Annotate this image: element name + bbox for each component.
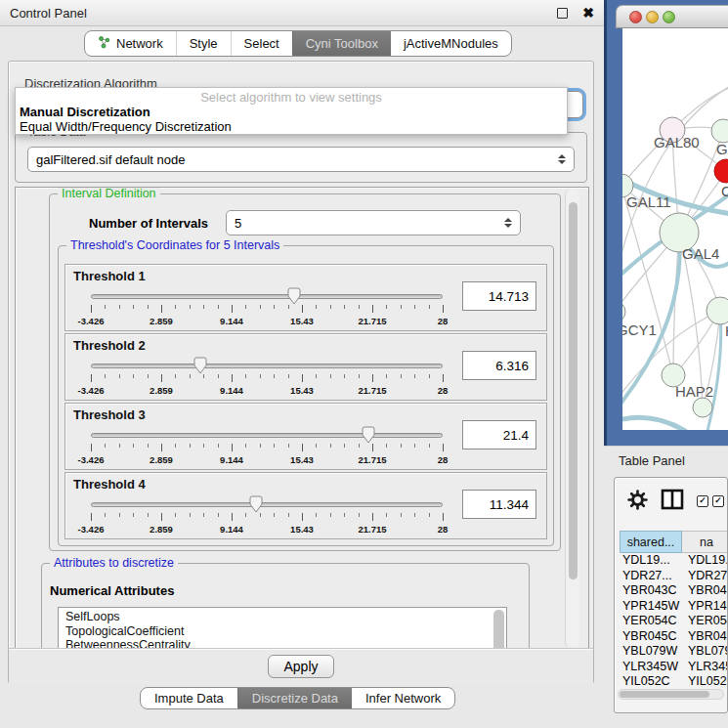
- panel-scrollbar[interactable]: [565, 189, 579, 649]
- cell-shared-name[interactable]: YIL052C: [620, 674, 682, 690]
- split-columns-icon[interactable]: [661, 489, 684, 514]
- table-data-combobox[interactable]: galFiltered.sif default node: [27, 147, 575, 172]
- slider-tick-labels: -3.4262.8599.14415.4321.71528: [91, 454, 443, 465]
- table-row[interactable]: YBR043CYBR043C: [620, 583, 728, 599]
- network-node[interactable]: [711, 119, 728, 143]
- attributes-group-title: Attributes to discretize: [50, 556, 178, 570]
- thresholds-list: Threshold 1-3.4262.8599.14415.4321.71528…: [64, 264, 547, 541]
- threshold-slider[interactable]: -3.4262.8599.14415.4321.71528: [91, 288, 443, 329]
- column-header-shared-name[interactable]: shared...: [620, 531, 682, 553]
- cell-name[interactable]: YDR27...: [682, 569, 728, 584]
- cell-shared-name[interactable]: YDR27...: [620, 569, 682, 584]
- tab-impute-data[interactable]: Impute Data: [141, 688, 237, 708]
- number-of-intervals-label: Number of Intervals: [89, 216, 208, 231]
- cell-name[interactable]: YLR345W: [682, 660, 728, 675]
- threshold-panel: Threshold 3-3.4262.8599.14415.4321.71528: [64, 403, 547, 470]
- top-tab-bar: Network Style Select Cyni Toolbox jActiv…: [84, 30, 512, 57]
- threshold-value-field[interactable]: [462, 420, 536, 450]
- dropdown-option-manual[interactable]: Manual Discretization: [16, 105, 567, 119]
- cell-name[interactable]: YBR045C: [682, 629, 728, 645]
- cell-name[interactable]: YBR043C: [682, 583, 728, 599]
- network-node[interactable]: [707, 297, 728, 324]
- cell-name[interactable]: YIL052C: [682, 674, 728, 690]
- network-node[interactable]: [693, 398, 712, 417]
- number-of-intervals-combobox[interactable]: 5: [226, 210, 521, 236]
- tab-cyni-toolbox[interactable]: Cyni Toolbox: [292, 31, 391, 56]
- cell-name[interactable]: YBL079W: [682, 644, 728, 660]
- network-edge[interactable]: [622, 186, 673, 375]
- network-canvas[interactable]: GAL80GACGAL11GAL4GCY1HHAP2: [622, 28, 728, 430]
- close-traffic-light-icon[interactable]: [629, 11, 642, 23]
- close-icon[interactable]: ✖: [582, 8, 594, 19]
- table-row[interactable]: YDL19...YDL19...: [620, 553, 728, 569]
- apply-button[interactable]: Apply: [268, 655, 334, 678]
- cell-shared-name[interactable]: YLR345W: [620, 660, 682, 675]
- table-row[interactable]: YBR045CYBR045C: [620, 629, 728, 645]
- tab-select[interactable]: Select: [231, 31, 292, 56]
- minimize-traffic-light-icon[interactable]: [646, 11, 659, 23]
- threshold-slider[interactable]: -3.4262.8599.14415.4321.71528: [91, 496, 443, 537]
- cell-shared-name[interactable]: YBR045C: [620, 629, 682, 645]
- network-node-label: GCY1: [622, 321, 657, 338]
- float-window-icon[interactable]: [557, 8, 568, 19]
- slider-track[interactable]: [91, 502, 443, 507]
- column-header-name[interactable]: na: [682, 531, 728, 553]
- table-data-group: Table Data galFiltered.sif default node: [15, 132, 587, 183]
- threshold-value-field[interactable]: [462, 351, 536, 380]
- threshold-slider[interactable]: -3.4262.8599.14415.4321.71528: [91, 358, 443, 399]
- network-window-titlebar[interactable]: [616, 5, 728, 28]
- tab-label: Impute Data: [154, 691, 224, 706]
- checkbox-icon[interactable]: ✓: [697, 495, 708, 507]
- cell-name[interactable]: YDL19...: [682, 553, 728, 569]
- slider-track[interactable]: [91, 364, 443, 368]
- interval-definition-group-title: Interval Definition: [58, 187, 160, 200]
- tab-discretize-data[interactable]: Discretize Data: [237, 688, 352, 708]
- zoom-traffic-light-icon[interactable]: [663, 11, 675, 23]
- tab-network[interactable]: Network: [85, 31, 176, 56]
- attribute-list-item[interactable]: TopologicalCoefficient: [65, 624, 506, 639]
- cell-name[interactable]: YER054C: [682, 614, 728, 629]
- panel-scrollbar-thumb[interactable]: [569, 202, 578, 579]
- table-panel-widget: ✓ ✓ shared... na YDL19...YDL19...YDR27..…: [614, 477, 728, 713]
- tab-jactivemnodules[interactable]: jActiveMNodules: [391, 31, 511, 56]
- cell-shared-name[interactable]: YBR043C: [620, 583, 682, 599]
- table-row[interactable]: YBL079WYBL079W: [620, 644, 728, 660]
- attribute-list-item[interactable]: SelfLoops: [65, 610, 506, 624]
- slider-ticks: [91, 305, 443, 314]
- gear-icon[interactable]: [627, 490, 648, 514]
- slider-track[interactable]: [91, 294, 443, 299]
- tab-infer-network[interactable]: Infer Network: [352, 688, 454, 708]
- threshold-panel: Threshold 4-3.4262.8599.14415.4321.71528: [64, 472, 547, 539]
- network-node-label: C: [721, 183, 728, 199]
- thresholds-group-title: Threshold's Coordinates for 5 Intervals: [66, 238, 283, 252]
- table-row[interactable]: YLR345WYLR345W: [620, 660, 728, 675]
- table-row[interactable]: YPR145WYPR145W: [620, 599, 728, 615]
- table-row[interactable]: YER054CYER054C: [620, 614, 728, 629]
- threshold-value-field[interactable]: [462, 281, 536, 311]
- cell-shared-name[interactable]: YPR145W: [620, 599, 682, 615]
- threshold-value-field[interactable]: [462, 490, 536, 519]
- network-node[interactable]: [622, 301, 625, 322]
- attributes-list[interactable]: SelfLoopsTopologicalCoefficientBetweenne…: [58, 607, 507, 650]
- table-horizontal-scrollbar[interactable]: [618, 689, 724, 700]
- cell-shared-name[interactable]: YER054C: [620, 614, 682, 629]
- network-edge[interactable]: [622, 417, 685, 430]
- cell-shared-name[interactable]: YBL079W: [620, 644, 682, 660]
- table-hscrollbar-thumb[interactable]: [620, 691, 709, 698]
- checkbox-icon[interactable]: ✓: [712, 495, 724, 507]
- table-row[interactable]: YDR27...YDR27...: [620, 569, 728, 584]
- table-row[interactable]: YIL052CYIL052C: [620, 674, 728, 690]
- cell-shared-name[interactable]: YDL19...: [620, 553, 682, 569]
- threshold-label: Threshold 4: [73, 477, 146, 492]
- slider-track[interactable]: [91, 433, 443, 438]
- cyni-toolbox-panel: Discretization Algorithm Select algorith…: [8, 61, 594, 684]
- tab-style[interactable]: Style: [176, 31, 231, 56]
- slider-ticks: [91, 513, 443, 522]
- dropdown-option-equal-width[interactable]: Equal Width/Frequency Discretization: [16, 119, 567, 134]
- tab-label: Cyni Toolbox: [306, 36, 378, 51]
- attributes-list-scrollbar[interactable]: [493, 610, 504, 650]
- threshold-slider[interactable]: -3.4262.8599.14415.4321.71528: [91, 427, 443, 468]
- cell-name[interactable]: YPR145W: [682, 599, 728, 615]
- dropdown-placeholder-option[interactable]: Select algorithm to view settings: [16, 90, 567, 105]
- table-rows: YDL19...YDL19...YDR27...YDR27...YBR043CY…: [620, 553, 728, 690]
